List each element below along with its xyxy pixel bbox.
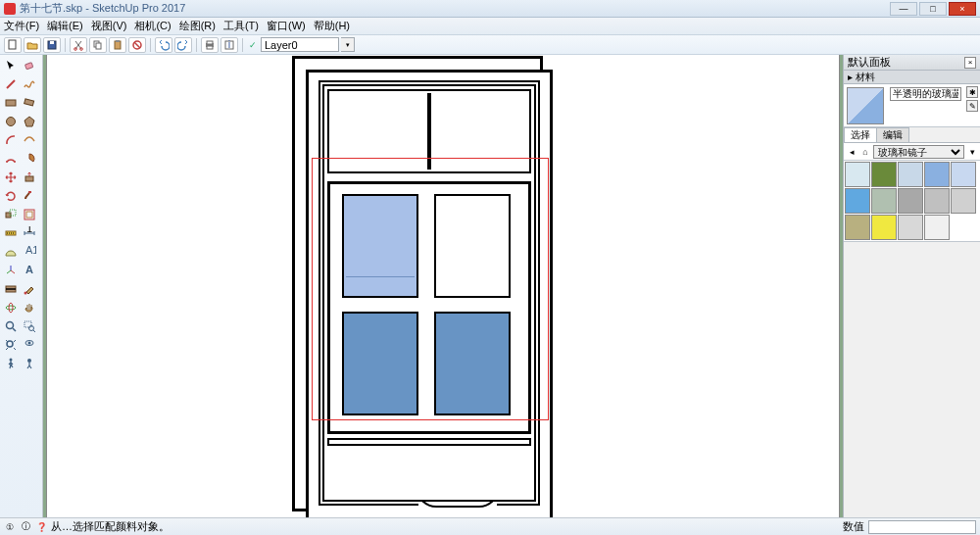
swatch-5[interactable] <box>845 188 870 214</box>
material-swatch[interactable] <box>847 87 884 124</box>
bottom-trim <box>327 438 531 446</box>
toolbar: i ✓ Layer0 ▾ <box>0 35 980 55</box>
swatch-6[interactable] <box>871 188 897 214</box>
layer-visible-check[interactable]: ✓ <box>247 39 259 51</box>
swatch-1[interactable] <box>871 162 897 187</box>
menu-edit[interactable]: 编辑(E) <box>47 19 83 33</box>
tool-line[interactable] <box>2 75 20 93</box>
tool-save[interactable] <box>43 37 61 53</box>
tool-pan[interactable] <box>21 299 38 316</box>
menu-help[interactable]: 帮助(H) <box>314 19 350 33</box>
layer-selector[interactable]: Layer0 <box>261 37 339 52</box>
swatch-12[interactable] <box>898 215 923 240</box>
menu-tools[interactable]: 工具(T) <box>223 19 259 33</box>
swatch-13[interactable] <box>924 215 950 240</box>
swatch-11[interactable] <box>871 215 897 240</box>
tool-orbit[interactable] <box>2 299 20 316</box>
tool-delete[interactable] <box>128 37 146 53</box>
layer-dropdown-icon[interactable]: ▾ <box>341 37 355 52</box>
tool-redo[interactable] <box>174 37 192 53</box>
tool-rotated-rect[interactable] <box>21 94 38 112</box>
status-geo-icon[interactable]: ① <box>4 521 16 533</box>
tool-protractor[interactable] <box>2 243 20 261</box>
nav-home-icon[interactable]: ⌂ <box>859 146 871 158</box>
tool-new[interactable] <box>4 37 22 53</box>
create-material-icon[interactable]: ✱ <box>966 86 978 98</box>
tool-pie[interactable] <box>21 150 38 168</box>
tool-polygon[interactable] <box>21 113 38 130</box>
value-control-box[interactable] <box>868 520 976 534</box>
menu-file[interactable]: 文件(F) <box>4 19 39 33</box>
sample-paint-icon[interactable]: ✎ <box>966 100 978 112</box>
minimize-button[interactable]: — <box>890 2 917 16</box>
tool-walk[interactable] <box>2 355 20 372</box>
materials-header[interactable]: ▸ 材料 <box>844 71 980 84</box>
tab-edit[interactable]: 编辑 <box>876 127 909 142</box>
tool-move[interactable] <box>2 169 20 186</box>
tool-zoom-window[interactable] <box>21 317 38 335</box>
nav-menu-icon[interactable]: ▾ <box>966 146 978 158</box>
tray-close-icon[interactable]: × <box>964 57 976 69</box>
tab-select[interactable]: 选择 <box>844 127 877 142</box>
tool-eraser[interactable] <box>21 57 38 74</box>
svg-point-34 <box>6 306 16 310</box>
tool-look[interactable] <box>21 355 38 372</box>
window-model[interactable] <box>292 56 559 518</box>
tool-scale[interactable] <box>2 206 20 223</box>
material-swatches <box>844 161 980 242</box>
tool-model-info[interactable]: i <box>220 37 238 53</box>
tool-3dtext[interactable]: A <box>21 262 38 279</box>
status-info-icon[interactable]: ⓘ <box>20 521 31 533</box>
close-button[interactable]: × <box>949 2 976 16</box>
swatch-8[interactable] <box>924 188 950 214</box>
material-name-input[interactable] <box>890 87 961 101</box>
tool-text[interactable]: A1 <box>21 243 38 261</box>
tool-position-camera[interactable] <box>21 336 38 354</box>
svg-rect-15 <box>24 63 32 70</box>
swatch-2[interactable] <box>898 162 923 187</box>
tool-select[interactable] <box>2 57 20 74</box>
tool-followme[interactable] <box>21 187 38 205</box>
swatch-9[interactable] <box>951 188 976 214</box>
maximize-button[interactable]: □ <box>919 2 947 16</box>
tool-tape[interactable] <box>2 224 20 242</box>
tool-freehand[interactable] <box>21 75 38 93</box>
status-help-icon[interactable]: ❓ <box>35 521 47 533</box>
svg-point-43 <box>27 359 31 363</box>
tool-cut[interactable] <box>70 37 87 53</box>
tool-copy[interactable] <box>89 37 107 53</box>
swatch-0[interactable] <box>845 162 870 187</box>
menu-camera[interactable]: 相机(C) <box>134 19 171 33</box>
tool-rectangle[interactable] <box>2 94 20 112</box>
menu-draw[interactable]: 绘图(R) <box>179 19 216 33</box>
swatch-10[interactable] <box>845 215 870 240</box>
tool-rotate[interactable] <box>2 187 20 205</box>
tool-offset[interactable] <box>21 206 38 223</box>
menu-window[interactable]: 窗口(W) <box>267 19 306 33</box>
default-tray-header[interactable]: 默认面板 × <box>844 55 980 71</box>
tool-undo[interactable] <box>155 37 172 53</box>
menu-view[interactable]: 视图(V) <box>91 19 127 33</box>
tool-circle[interactable] <box>2 113 20 130</box>
tool-axes[interactable] <box>2 262 20 279</box>
tool-3pt-arc[interactable] <box>2 150 20 168</box>
tool-paste[interactable] <box>109 37 126 53</box>
tool-open[interactable] <box>24 37 41 53</box>
svg-rect-23 <box>28 191 31 193</box>
nav-back-icon[interactable]: ◂ <box>846 146 858 158</box>
swatch-3[interactable] <box>924 162 950 187</box>
tool-2pt-arc[interactable] <box>21 131 38 149</box>
tool-paint[interactable] <box>21 280 38 298</box>
tool-arc[interactable] <box>2 131 20 149</box>
tool-pushpull[interactable] <box>21 169 38 186</box>
tool-section[interactable] <box>2 280 20 298</box>
default-tray-label: 默认面板 <box>848 55 891 70</box>
tool-print[interactable] <box>201 37 219 53</box>
swatch-4[interactable] <box>951 162 976 187</box>
tool-dimension[interactable]: 1 <box>21 224 38 242</box>
swatch-7[interactable] <box>898 188 923 214</box>
tool-zoom[interactable] <box>2 317 20 335</box>
tool-zoom-extents[interactable] <box>2 336 20 354</box>
viewport[interactable] <box>43 55 843 517</box>
material-category-select[interactable]: 玻璃和镜子 <box>873 145 964 159</box>
